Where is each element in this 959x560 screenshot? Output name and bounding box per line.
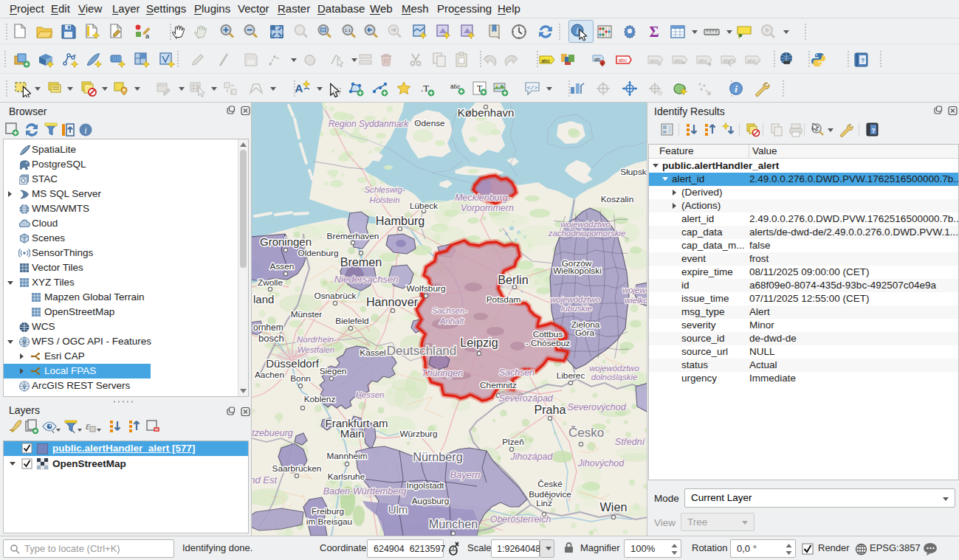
svg-text:abc: abc — [618, 57, 627, 63]
svg-text:Thüringen: Thüringen — [422, 368, 463, 378]
svg-text:Góra: Góra — [575, 328, 595, 338]
svg-text:and Est: and Est — [252, 474, 278, 485]
svg-text:Würzburg: Würzburg — [399, 429, 437, 439]
svg-text:abc: abc — [747, 58, 756, 64]
svg-text:i: i — [84, 125, 86, 136]
svg-text:Mannheim: Mannheim — [326, 451, 367, 461]
svg-text:?: ? — [871, 127, 876, 134]
svg-text:Niedersachsen: Niedersachsen — [334, 274, 399, 285]
svg-text:województwo: województwo — [589, 364, 639, 373]
svg-text:Freiburg: Freiburg — [312, 506, 344, 516]
svg-text:Σ: Σ — [649, 24, 659, 40]
svg-text:Oldenburg: Oldenburg — [298, 248, 338, 258]
svg-text:Assen: Assen — [270, 261, 295, 272]
svg-text:Düsseldorf: Düsseldorf — [266, 357, 320, 370]
svg-text:a: a — [145, 32, 149, 40]
svg-text:København: København — [458, 106, 515, 119]
svg-text:Ulm: Ulm — [388, 503, 408, 516]
svg-text:Odense: Odense — [414, 118, 445, 128]
svg-text:Aachen: Aachen — [255, 370, 284, 380]
svg-text:Severovýchod: Severovýchod — [567, 402, 626, 412]
svg-text:Bonn: Bonn — [290, 373, 311, 384]
svg-text:Westfalen: Westfalen — [298, 345, 334, 354]
svg-text:i: i — [735, 83, 738, 94]
svg-text:abc: abc — [698, 58, 707, 64]
svg-text:wojewó: wojewó — [622, 286, 647, 294]
svg-text:Hannover: Hannover — [366, 295, 419, 308]
svg-text:.T: .T — [421, 83, 429, 94]
svg-text:Anhalt: Anhalt — [439, 317, 464, 325]
svg-text:Bremerhaven: Bremerhaven — [327, 231, 379, 241]
svg-text:A: A — [295, 82, 303, 94]
svg-text:tzebueurg: tzebueurg — [252, 428, 293, 438]
svg-text:Holstein: Holstein — [369, 196, 399, 204]
svg-text:München: München — [429, 517, 478, 530]
svg-text:V: V — [23, 339, 27, 345]
svg-text:Nordrhein-: Nordrhein- — [297, 335, 337, 344]
svg-text:Region Syddanmark: Region Syddanmark — [329, 119, 410, 129]
svg-text:Kassel: Kassel — [360, 348, 385, 358]
svg-text:Münster: Münster — [291, 309, 323, 319]
svg-text:Augsburg: Augsburg — [412, 496, 450, 506]
svg-text:Vorpommern: Vorpommern — [461, 203, 514, 213]
svg-text:i: i — [576, 26, 578, 36]
svg-text:Linz: Linz — [536, 498, 552, 508]
svg-text:ε: ε — [230, 88, 233, 95]
svg-text:Potsdam: Potsdam — [487, 294, 521, 305]
svg-text:Wolfsburg: Wolfsburg — [407, 283, 446, 294]
svg-text:Bayern: Bayern — [450, 469, 480, 480]
svg-text:Schleswig-: Schleswig- — [364, 185, 405, 194]
svg-text:Groningen: Groningen — [260, 235, 312, 248]
svg-text:Bielefeld: Bielefeld — [335, 316, 368, 326]
svg-text:Mecklenburg-: Mecklenburg- — [455, 193, 511, 203]
svg-text:ab: ab — [594, 57, 600, 62]
svg-text:wielkop: wielkop — [625, 296, 647, 305]
svg-text:Wien: Wien — [600, 500, 628, 514]
svg-text:zachodniopomorskie: zachodniopomorskie — [548, 229, 625, 238]
svg-text:Hessen: Hessen — [356, 390, 385, 399]
svg-text:- Chósebuz: - Chósebuz — [526, 338, 570, 348]
svg-text:Lübeck: Lübeck — [410, 201, 438, 211]
svg-text:ε: ε — [86, 421, 90, 432]
svg-text:Praha: Praha — [534, 403, 566, 416]
svg-text:Słupsk: Słupsk — [620, 167, 647, 177]
svg-text:V: V — [22, 384, 26, 390]
svg-text:1:1: 1:1 — [345, 28, 351, 32]
svg-text:Sachsen: Sachsen — [499, 367, 535, 378]
svg-text:Plzeň: Plzeň — [502, 437, 524, 447]
svg-text:Deutschland: Deutschland — [387, 344, 457, 358]
svg-text:Bremen: Bremen — [340, 255, 382, 269]
svg-text:Severozápad: Severozápad — [498, 393, 554, 404]
svg-text:Chemnitz: Chemnitz — [480, 380, 517, 390]
svg-text:Baden-Württemberg: Baden-Württemberg — [323, 486, 407, 497]
svg-text:Saarbrücken: Saarbrücken — [272, 463, 322, 474]
svg-text:województwo: województwo — [560, 220, 611, 229]
svg-text:Střední: Střední — [615, 437, 646, 447]
svg-text:České: České — [537, 479, 563, 489]
svg-text:Liberec: Liberec — [557, 370, 585, 381]
svg-text:Leipzig: Leipzig — [460, 336, 498, 349]
svg-text:</>: </> — [527, 84, 538, 91]
svg-text:land: land — [253, 293, 274, 305]
svg-text:im Breisgau: im Breisgau — [306, 516, 352, 527]
svg-text:bosch: bosch — [258, 333, 284, 344]
svg-text:Karlsruhe: Karlsruhe — [328, 471, 365, 482]
svg-text:Wielkopolski: Wielkopolski — [553, 266, 602, 276]
svg-text:Jihozápad: Jihozápad — [510, 452, 554, 462]
svg-text:Koblenz: Koblenz — [304, 394, 336, 404]
svg-text:Siegen: Siegen — [320, 366, 347, 376]
svg-text:?: ? — [861, 57, 865, 64]
svg-text:dolnośląskie: dolnośląskie — [591, 373, 638, 381]
svg-text:Česko: Česko — [568, 426, 604, 440]
svg-text:województwo: województwo — [550, 295, 600, 304]
svg-text:abc: abc — [541, 58, 550, 64]
svg-text:Jihovýchod: Jihovýchod — [577, 458, 625, 469]
svg-text:ãb̄ć: ãb̄ć — [450, 83, 460, 90]
svg-text:Hamburg: Hamburg — [376, 214, 425, 227]
svg-text:Ingolstadt: Ingolstadt — [406, 480, 444, 491]
svg-text:Koszalin: Koszalin — [601, 194, 634, 204]
svg-text:Nürnberg: Nürnberg — [413, 450, 463, 463]
svg-text:ornhem: ornhem — [253, 322, 283, 333]
svg-text:Sachsen-: Sachsen- — [432, 306, 467, 315]
svg-text:Osnabrück: Osnabrück — [314, 291, 356, 301]
